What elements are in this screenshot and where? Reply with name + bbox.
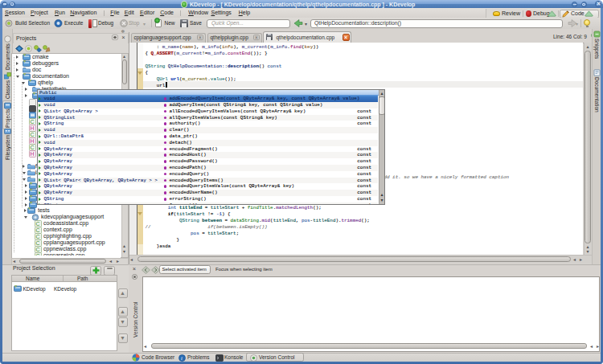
svg-text:C: C <box>36 221 40 227</box>
svg-text:i: i <box>181 355 183 361</box>
svg-text:C: C <box>36 227 40 233</box>
svg-text:H: H <box>31 125 35 131</box>
svg-text:H: H <box>31 138 35 144</box>
svg-text:C: C <box>31 119 35 125</box>
svg-text:C: C <box>31 145 35 150</box>
svg-text:C: C <box>36 234 40 239</box>
svg-text:C: C <box>36 240 40 246</box>
svg-text:C: C <box>36 247 40 252</box>
svg-text:H: H <box>31 151 35 157</box>
svg-text:C: C <box>31 132 35 137</box>
